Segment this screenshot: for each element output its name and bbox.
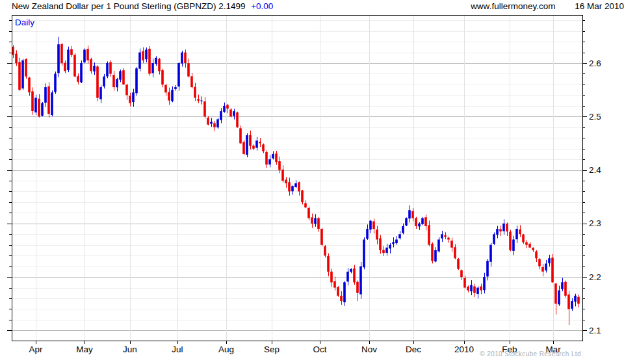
chart-window: New Zealand Dollar per 1 Pound Sterling … [0, 0, 637, 364]
x-axis-label: Aug [218, 344, 234, 354]
x-axis-label: May [76, 344, 93, 354]
interval-label: Daily [15, 18, 34, 27]
y-axis-labels: 2.62.52.42.32.22.1 [589, 58, 601, 335]
x-axis-label: Jun [123, 344, 137, 354]
grid [12, 15, 582, 341]
y-axis-label: 2.1 [589, 326, 601, 335]
y-axis-label: 2.5 [589, 112, 601, 122]
candlestick-chart: 2.62.52.42.32.22.1AprMayJunJulAugSepOctN… [0, 0, 637, 364]
y-axis-label: 2.2 [589, 272, 601, 282]
x-axis-label: 2010 [454, 344, 474, 354]
x-axis-label: Nov [361, 344, 377, 354]
x-axis-label: Apr [29, 344, 43, 354]
y-axis-label: 2.3 [589, 218, 601, 228]
y-axis-label: 2.6 [589, 58, 601, 68]
copyright-text: © 2010 Stockcube Research Ltd [480, 350, 581, 358]
x-axis-label: Jul [172, 344, 183, 354]
plot-border [12, 16, 583, 341]
x-axis-label: Oct [313, 344, 326, 354]
x-axis-label: Sep [264, 344, 280, 354]
y-axis-label: 2.4 [589, 165, 601, 175]
x-axis-label: Dec [406, 344, 421, 354]
